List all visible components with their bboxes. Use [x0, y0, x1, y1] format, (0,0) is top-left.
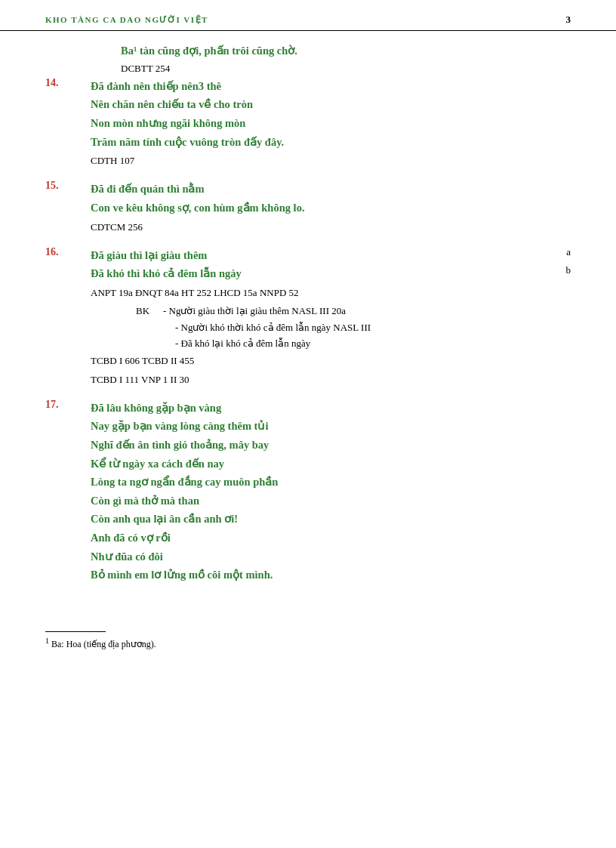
- poem-line: Như đũa có đôi: [91, 547, 571, 566]
- ab-marker-a: a: [557, 246, 571, 258]
- entry-17: 17. Đã lâu không gặp bạn vàng Nay gặp bạ…: [45, 399, 571, 584]
- header-title: KHO TÀNG CA DAO NGƯỜI VIỆT: [45, 15, 208, 25]
- poem-line: Lòng ta ngơ ngẩn đắng cay muôn phần: [91, 473, 571, 492]
- poem-line: Nghĩ đến ân tình gió thoảng, mây bay: [91, 436, 571, 455]
- poem-line: Đã đi đến quán thì nằm: [91, 180, 571, 199]
- entry-14: 14. Đã đành nên thiếp nên3 thê Nên chăn …: [45, 77, 571, 170]
- entry-15: 15. Đã đi đến quán thì nằm Con ve kêu kh…: [45, 180, 571, 235]
- bk-item-dash: - Đã khó lại khó cả đêm lẫn ngày: [136, 335, 571, 351]
- bk-label: BK: [136, 303, 163, 319]
- entry-content-15: Đã đi đến quán thì nằm Con ve kêu không …: [91, 180, 571, 235]
- header-page-number: 3: [566, 14, 571, 26]
- bk-row: BK - Người giàu thời lại giàu thêm NASL …: [136, 303, 571, 319]
- poem-line: Anh đã có vợ rồi: [91, 529, 571, 547]
- poem-line: Đã đành nên thiếp nên3 thê: [91, 77, 571, 96]
- ab-marker-b: b: [557, 264, 571, 276]
- entry-num-17: 17.: [45, 399, 91, 411]
- entry-num-15: 15.: [45, 180, 91, 192]
- poem-line: Nên chăn nên chiếu ta về cho tròn: [91, 95, 571, 114]
- poem-line-ab-row: Đã khó thì khó cả đêm lẫn ngày b: [91, 264, 571, 283]
- bk-item-b: - Người khó thời khó cả đêm lẫn ngày NAS…: [136, 319, 571, 335]
- entry-content-17: Đã lâu không gặp bạn vàng Nay gặp bạn và…: [91, 399, 571, 584]
- poem-line: Đã lâu không gặp bạn vàng: [91, 399, 571, 418]
- poem-line: Kể từ ngày xa cách đến nay: [91, 455, 571, 473]
- poem-line: Nay gặp bạn vàng lòng càng thêm tủi: [91, 417, 571, 436]
- ref-line: CDTCM 256: [91, 219, 571, 236]
- poem-line: Đã khó thì khó cả đêm lẫn ngày: [91, 264, 242, 283]
- entry-num-16: 16.: [45, 246, 91, 258]
- poem-line: Còn anh qua lại ân cần anh ơi!: [91, 510, 571, 529]
- ref-line-2: TCBD I 606 TCBD II 455: [91, 353, 571, 369]
- page-header: KHO TÀNG CA DAO NGƯỜI VIỆT 3: [0, 0, 616, 31]
- entry-num-14: 14.: [45, 77, 91, 89]
- intro-ref: DCBTT 254: [45, 60, 571, 77]
- page: KHO TÀNG CA DAO NGƯỜI VIỆT 3 Ba¹ tàn cũn…: [0, 0, 616, 848]
- entry-content-16: Đã giàu thì lại giàu thêm a Đã khó thì k…: [91, 246, 571, 388]
- poem-line-ab-row: Đã giàu thì lại giàu thêm a: [91, 246, 571, 265]
- bk-item-a: - Người giàu thời lại giàu thêm NASL III…: [163, 303, 571, 319]
- poem-line: Bỏ mình em lơ lửng mồ côi một mình.: [91, 566, 571, 584]
- ref-line-3: TCBD I 111 VNP 1 II 30: [91, 372, 571, 388]
- poem-line: Non mòn nhưng ngãi không mòn: [91, 114, 571, 133]
- footnote: 1 Ba: Hoa (tiếng địa phương).: [0, 637, 616, 650]
- poem-line: Còn gì mà thở mà than: [91, 492, 571, 510]
- poem-line: Con ve kêu không sợ, con hùm gầm không l…: [91, 199, 571, 217]
- poem-line: Trăm năm tính cuộc vuông tròn đấy đây.: [91, 133, 571, 152]
- poem-line: Đã giàu thì lại giàu thêm: [91, 246, 207, 265]
- intro-poem-line: Ba¹ tàn cũng đợi, phấn trôi cũng chờ.: [45, 42, 571, 60]
- ref-line-1: ANPT 19a ĐNQT 84a HT 252 LHCD 15a NNPD 5…: [91, 285, 571, 301]
- entry-content-14: Đã đành nên thiếp nên3 thê Nên chăn nên …: [91, 77, 571, 170]
- bk-section: BK - Người giàu thời lại giàu thêm NASL …: [91, 303, 571, 351]
- main-content: Ba¹ tàn cũng đợi, phấn trôi cũng chờ. DC…: [0, 39, 616, 618]
- footnote-divider: [45, 631, 106, 632]
- ref-line: CDTH 107: [91, 153, 571, 169]
- entry-16: 16. Đã giàu thì lại giàu thêm a Đã khó t…: [45, 246, 571, 388]
